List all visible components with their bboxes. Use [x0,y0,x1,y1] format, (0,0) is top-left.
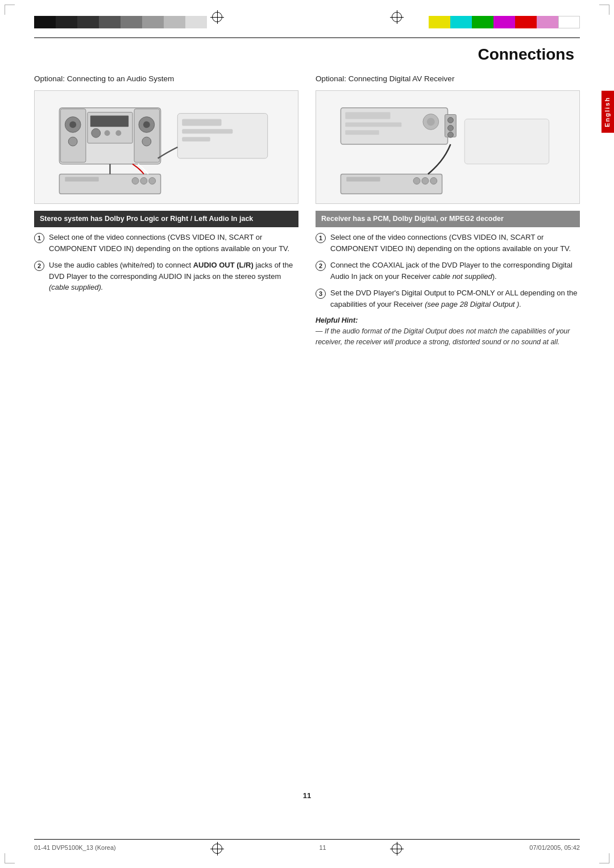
right-diagram [316,90,580,204]
right-step-2-text: Connect the COAXIAL jack of the DVD Play… [330,260,580,282]
right-step-number-2: 2 [316,261,326,271]
footer: 01-41 DVP5100K_13 (Korea) 11 07/01/2005,… [34,844,580,851]
left-step-2: 2 Use the audio cables (white/red) to co… [34,260,298,293]
svg-point-13 [115,130,121,136]
right-step-1: 1 Select one of the video connections (C… [316,232,580,254]
top-line [34,37,580,38]
page-title: Connections [34,45,580,64]
svg-point-28 [427,118,435,126]
corner-mark-bl [5,853,15,863]
svg-rect-22 [182,137,210,141]
svg-rect-15 [65,177,98,181]
right-column: Optional: Connecting Digital AV Receiver [316,74,580,348]
corner-mark-br [599,853,609,863]
svg-point-7 [143,121,150,128]
svg-rect-34 [346,177,380,181]
svg-rect-25 [345,122,401,127]
helpful-hint-text: — If the audio format of the Digital Out… [316,326,580,348]
left-column: Optional: Connecting to an Audio System [34,74,298,348]
footer-right: 07/01/2005, 05:42 [529,844,580,851]
main-content: Connections Optional: Connecting to an A… [34,45,580,834]
right-step-number-3: 3 [316,289,326,299]
step-number-1: 1 [34,233,44,243]
corner-mark-tr [599,5,609,15]
right-step-3-text: Set the DVD Player's Digital Output to P… [330,287,580,310]
svg-point-37 [430,177,437,184]
left-instruction-header: Stereo system has Dolby Pro Logic or Rig… [34,211,298,228]
right-step-1-text: Select one of the video connections (CVB… [330,232,580,254]
svg-point-31 [448,125,454,131]
language-tab: English [601,91,614,133]
svg-rect-21 [182,129,233,133]
page-number: 11 [303,791,311,800]
svg-point-8 [142,137,151,146]
helpful-hint-title: Helpful Hint: [316,315,580,326]
bottom-line [34,839,580,840]
footer-left: 01-41 DVP5100K_13 (Korea) [34,844,116,851]
svg-rect-24 [345,112,390,119]
right-step-3: 3 Set the DVD Player's Digital Output to… [316,287,580,310]
svg-rect-26 [345,130,379,135]
svg-point-30 [448,117,454,123]
reg-mark-top-left [210,10,224,24]
svg-point-3 [69,121,76,128]
left-step-2-text: Use the audio cables (white/red) to conn… [49,260,298,293]
svg-point-11 [92,128,101,137]
step-number-2: 2 [34,261,44,271]
left-section-title: Optional: Connecting to an Audio System [34,74,298,85]
svg-point-32 [448,132,454,137]
svg-point-16 [132,177,139,184]
left-diagram [34,90,298,204]
color-bar-right [429,16,580,28]
reg-mark-top-right [390,10,404,24]
svg-point-18 [149,177,156,184]
helpful-hint: Helpful Hint: — If the audio format of t… [316,315,580,347]
color-bar-left [34,16,207,28]
svg-point-36 [422,177,429,184]
svg-rect-10 [90,115,128,127]
left-step-1-text: Select one of the video connections (CVB… [49,232,298,254]
svg-point-17 [140,177,147,184]
svg-point-4 [68,137,77,146]
color-bars [34,16,580,28]
svg-rect-38 [464,119,549,164]
svg-rect-20 [182,119,221,126]
corner-mark-tl [5,5,15,15]
right-section-title: Optional: Connecting Digital AV Receiver [316,74,580,85]
right-step-2: 2 Connect the COAXIAL jack of the DVD Pl… [316,260,580,282]
footer-center: 11 [319,844,326,851]
svg-point-35 [413,177,420,184]
right-instruction-header: Receiver has a PCM, Dolby Digital, or MP… [316,211,580,228]
right-step-number-1: 1 [316,233,326,243]
left-step-1: 1 Select one of the video connections (C… [34,232,298,254]
two-column-layout: Optional: Connecting to an Audio System [34,74,580,348]
svg-point-12 [105,130,110,136]
